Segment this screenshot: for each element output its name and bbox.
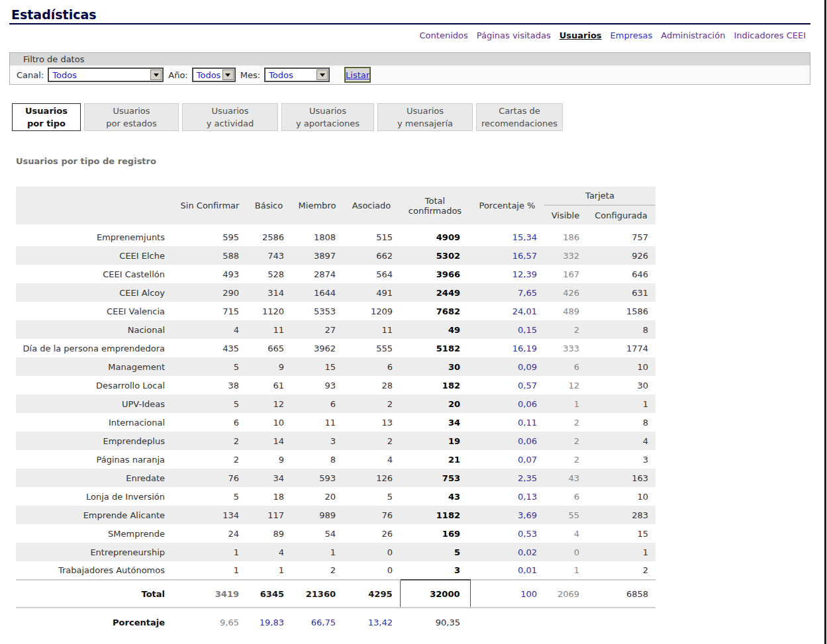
row-cell: 11 (343, 320, 400, 339)
row-cell: 9 (246, 450, 291, 469)
tab-cartas-de-recomendaciones[interactable]: Cartas derecomendaciones (476, 103, 563, 131)
row-cell: 1 (173, 543, 246, 561)
nav-link-contenidos[interactable]: Contenidos (420, 30, 468, 40)
row-cell: 2 (544, 320, 587, 339)
percent-empty-cell (544, 608, 587, 637)
row-cell: 646 (587, 265, 656, 283)
chevron-down-icon[interactable] (150, 69, 162, 80)
row-cell: 2874 (291, 265, 343, 283)
row-cell: 6 (343, 357, 400, 376)
row-cell: 8 (587, 320, 656, 339)
table-row: Desarrollo Local386193281820,571230 (16, 376, 656, 394)
table-row: Nacional4112711490,1528 (16, 320, 656, 339)
table-row: CEEI Valencia715112053531209768224,01489… (16, 302, 656, 320)
tab-label-line2: y mensajería (397, 117, 453, 130)
arrow-glyph (154, 73, 159, 77)
chevron-down-icon[interactable] (316, 69, 328, 80)
stats-table: Sin Confirmar Básico Miembro Asociado To… (16, 187, 656, 637)
row-cell: 1 (173, 561, 246, 580)
total-grand-cell: 32000 (400, 580, 470, 608)
header-configurada: Configurada (587, 205, 656, 224)
row-cell: 55 (544, 506, 587, 524)
select-anio[interactable]: Todos (192, 68, 236, 82)
row-cell: 2,35 (470, 469, 544, 487)
table-row: Emprendeplus21432190,0624 (16, 432, 656, 450)
select-anio-value: Todos (193, 70, 221, 80)
total-cell: 2069 (544, 580, 587, 608)
row-cell: 0,53 (470, 524, 544, 543)
row-cell: 14 (246, 432, 291, 450)
tab-label-line2: por tipo (27, 117, 66, 130)
row-cell: 0,06 (470, 394, 544, 413)
row-cell: 489 (544, 302, 587, 320)
row-label: Internacional (16, 413, 173, 432)
row-cell: 76 (173, 469, 246, 487)
row-cell: 2 (343, 432, 400, 450)
table-row: Entrepreneurship141050,0201 (16, 543, 656, 561)
page-title: Estadísticas (9, 0, 810, 24)
percent-cell: 19,83 (246, 608, 291, 637)
row-cell: 2 (544, 450, 587, 469)
row-cell: 61 (246, 376, 291, 394)
row-cell: 2 (544, 432, 587, 450)
row-cell: 6 (544, 487, 587, 506)
row-cell: 12 (246, 394, 291, 413)
page: Estadísticas ContenidosPáginas visitadas… (9, 0, 810, 637)
select-mes-value: Todos (266, 70, 293, 80)
tab-usuarios-y-aportaciones[interactable]: Usuariosy aportaciones (281, 103, 374, 131)
nav-link-p-ginas-visitadas[interactable]: Páginas visitadas (477, 30, 551, 40)
row-cell: 0,57 (470, 376, 544, 394)
nav-link-usuarios[interactable]: Usuarios (559, 30, 602, 40)
select-mes[interactable]: Todos (264, 68, 330, 82)
row-cell: 2 (173, 432, 246, 450)
row-cell: 5 (173, 487, 246, 506)
tab-usuarios-y-mensajer-a[interactable]: Usuariosy mensajería (377, 103, 473, 131)
filter-field-anio: Año:Todos (168, 68, 240, 82)
row-cell: 5 (173, 394, 246, 413)
row-cell: 1120 (246, 302, 291, 320)
row-cell: 8 (587, 413, 656, 432)
row-cell: 117 (246, 506, 291, 524)
row-cell: 30 (400, 357, 470, 376)
tab-label-line1: Cartas de (499, 105, 540, 117)
chevron-down-icon[interactable] (222, 69, 234, 80)
row-cell: 665 (246, 339, 291, 357)
table-row: SMemprende248954261690,53415 (16, 524, 656, 543)
table-row: Emprenemjunts59525861808515490915,341867… (16, 228, 656, 246)
row-cell: 0,09 (470, 357, 544, 376)
nav-link-indicadores-ceei[interactable]: Indicadores CEEI (734, 30, 806, 40)
row-cell: 24,01 (470, 302, 544, 320)
row-cell: 20 (400, 394, 470, 413)
nav-link-empresas[interactable]: Empresas (610, 30, 653, 40)
listar-button[interactable]: Listar (344, 67, 371, 83)
row-cell: 38 (173, 376, 246, 394)
row-cell: 1 (587, 394, 656, 413)
select-canal[interactable]: Todos (48, 68, 164, 82)
table-header: Sin Confirmar Básico Miembro Asociado To… (16, 187, 656, 228)
table-row: Día de la persona emprendedora4356653962… (16, 339, 656, 357)
row-cell: 1 (291, 543, 343, 561)
tab-usuarios-por-tipo[interactable]: Usuariospor tipo (12, 103, 81, 131)
row-cell: 595 (173, 228, 246, 246)
row-cell: 1 (544, 394, 587, 413)
filter-label-anio: Año: (168, 70, 187, 80)
table-row: Páginas naranja2984210,0723 (16, 450, 656, 469)
total-cell: 21360 (291, 580, 343, 608)
row-cell: 332 (544, 246, 587, 265)
row-cell: 515 (343, 228, 400, 246)
nav-link-administraci-n[interactable]: Administración (661, 30, 725, 40)
arrow-glyph (320, 73, 325, 77)
tab-usuarios-por-estados[interactable]: Usuariospor estados (84, 103, 179, 131)
tab-usuarios-y-actividad[interactable]: Usuariosy actividad (182, 103, 278, 131)
header-asociado: Asociado (343, 187, 400, 224)
row-cell: 163 (587, 469, 656, 487)
row-cell: 54 (291, 524, 343, 543)
header-basico: Básico (246, 187, 291, 224)
row-cell: 593 (291, 469, 343, 487)
row-cell: 493 (173, 265, 246, 283)
row-cell: 0,06 (470, 432, 544, 450)
total-cell: 6345 (246, 580, 291, 608)
row-cell: 1586 (587, 302, 656, 320)
row-cell: 588 (173, 246, 246, 265)
table-row: Management59156300,09610 (16, 357, 656, 376)
